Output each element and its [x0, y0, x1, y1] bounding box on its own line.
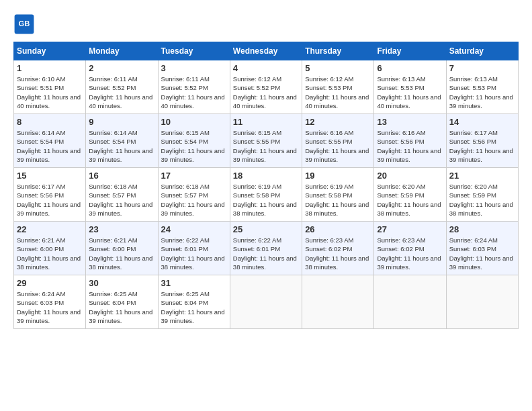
day-number: 17: [161, 171, 227, 181]
calendar-day-cell: 22 Sunrise: 6:21 AM Sunset: 6:00 PM Dayl…: [14, 222, 86, 275]
calendar-day-cell: [302, 275, 374, 329]
day-number: 16: [89, 171, 154, 181]
day-info: Sunrise: 6:17 AM Sunset: 5:56 PM Dayligh…: [17, 182, 83, 218]
day-number: 27: [377, 224, 443, 234]
day-info: Sunrise: 6:24 AM Sunset: 6:03 PM Dayligh…: [17, 289, 83, 325]
calendar-header-cell: Monday: [86, 42, 158, 60]
calendar-day-cell: 28 Sunrise: 6:24 AM Sunset: 6:03 PM Dayl…: [446, 222, 518, 275]
calendar-header-cell: Sunday: [14, 42, 86, 60]
day-info: Sunrise: 6:12 AM Sunset: 5:52 PM Dayligh…: [233, 75, 299, 110]
calendar-day-cell: [230, 275, 302, 329]
calendar-body: 1 Sunrise: 6:10 AM Sunset: 5:51 PM Dayli…: [14, 60, 519, 329]
calendar-day-cell: 2 Sunrise: 6:11 AM Sunset: 5:52 PM Dayli…: [86, 60, 158, 114]
day-info: Sunrise: 6:24 AM Sunset: 6:03 PM Dayligh…: [449, 236, 515, 271]
day-number: 1: [17, 63, 83, 73]
day-info: Sunrise: 6:16 AM Sunset: 5:55 PM Dayligh…: [305, 128, 371, 164]
day-info: Sunrise: 6:13 AM Sunset: 5:53 PM Dayligh…: [377, 75, 443, 110]
calendar-day-cell: 27 Sunrise: 6:23 AM Sunset: 6:02 PM Dayl…: [374, 222, 446, 275]
calendar-day-cell: 5 Sunrise: 6:12 AM Sunset: 5:53 PM Dayli…: [302, 60, 374, 114]
day-info: Sunrise: 6:20 AM Sunset: 5:59 PM Dayligh…: [449, 182, 515, 218]
calendar-day-cell: 17 Sunrise: 6:18 AM Sunset: 5:57 PM Dayl…: [158, 168, 230, 222]
calendar-day-cell: 3 Sunrise: 6:11 AM Sunset: 5:52 PM Dayli…: [158, 60, 230, 114]
calendar-day-cell: 7 Sunrise: 6:13 AM Sunset: 5:53 PM Dayli…: [446, 60, 518, 114]
day-info: Sunrise: 6:13 AM Sunset: 5:53 PM Dayligh…: [449, 75, 515, 110]
day-info: Sunrise: 6:18 AM Sunset: 5:57 PM Dayligh…: [89, 182, 154, 218]
calendar-day-cell: 20 Sunrise: 6:20 AM Sunset: 5:59 PM Dayl…: [374, 168, 446, 222]
day-number: 23: [89, 224, 154, 234]
day-number: 18: [233, 171, 299, 181]
calendar-day-cell: 21 Sunrise: 6:20 AM Sunset: 5:59 PM Dayl…: [446, 168, 518, 222]
day-info: Sunrise: 6:23 AM Sunset: 6:02 PM Dayligh…: [377, 236, 443, 271]
day-info: Sunrise: 6:25 AM Sunset: 6:04 PM Dayligh…: [161, 289, 227, 325]
day-number: 26: [305, 224, 371, 234]
day-info: Sunrise: 6:22 AM Sunset: 6:01 PM Dayligh…: [161, 236, 227, 271]
calendar-header-cell: Friday: [374, 42, 446, 60]
day-info: Sunrise: 6:14 AM Sunset: 5:54 PM Dayligh…: [17, 128, 83, 164]
calendar-day-cell: 30 Sunrise: 6:25 AM Sunset: 6:04 PM Dayl…: [86, 275, 158, 329]
calendar-header-cell: Thursday: [302, 42, 374, 60]
calendar-week-row: 1 Sunrise: 6:10 AM Sunset: 5:51 PM Dayli…: [14, 60, 519, 114]
day-number: 22: [17, 224, 83, 234]
calendar-week-row: 8 Sunrise: 6:14 AM Sunset: 5:54 PM Dayli…: [14, 114, 519, 168]
calendar-week-row: 22 Sunrise: 6:21 AM Sunset: 6:00 PM Dayl…: [14, 222, 519, 275]
day-info: Sunrise: 6:11 AM Sunset: 5:52 PM Dayligh…: [89, 75, 154, 110]
calendar-day-cell: 4 Sunrise: 6:12 AM Sunset: 5:52 PM Dayli…: [230, 60, 302, 114]
calendar-day-cell: 10 Sunrise: 6:15 AM Sunset: 5:54 PM Dayl…: [158, 114, 230, 168]
day-number: 3: [161, 63, 227, 73]
day-number: 7: [449, 63, 515, 73]
calendar-day-cell: 11 Sunrise: 6:15 AM Sunset: 5:55 PM Dayl…: [230, 114, 302, 168]
calendar-header-cell: Saturday: [446, 42, 518, 60]
calendar-header-cell: Tuesday: [158, 42, 230, 60]
calendar-day-cell: 26 Sunrise: 6:23 AM Sunset: 6:02 PM Dayl…: [302, 222, 374, 275]
day-info: Sunrise: 6:19 AM Sunset: 5:58 PM Dayligh…: [305, 182, 371, 218]
calendar-day-cell: 25 Sunrise: 6:22 AM Sunset: 6:01 PM Dayl…: [230, 222, 302, 275]
calendar-day-cell: 29 Sunrise: 6:24 AM Sunset: 6:03 PM Dayl…: [14, 275, 86, 329]
day-number: 15: [17, 171, 83, 181]
day-number: 13: [377, 117, 443, 127]
day-info: Sunrise: 6:20 AM Sunset: 5:59 PM Dayligh…: [377, 182, 443, 218]
calendar-week-row: 15 Sunrise: 6:17 AM Sunset: 5:56 PM Dayl…: [14, 168, 519, 222]
day-info: Sunrise: 6:12 AM Sunset: 5:53 PM Dayligh…: [305, 75, 371, 110]
calendar-day-cell: 19 Sunrise: 6:19 AM Sunset: 5:58 PM Dayl…: [302, 168, 374, 222]
calendar-day-cell: 18 Sunrise: 6:19 AM Sunset: 5:58 PM Dayl…: [230, 168, 302, 222]
logo-icon: GB: [13, 13, 35, 35]
day-info: Sunrise: 6:21 AM Sunset: 6:00 PM Dayligh…: [17, 236, 83, 271]
day-number: 25: [233, 224, 299, 234]
day-number: 28: [449, 224, 515, 234]
day-number: 9: [89, 117, 154, 127]
day-number: 14: [449, 117, 515, 127]
page-header: GB: [13, 13, 519, 35]
calendar: SundayMondayTuesdayWednesdayThursdayFrid…: [13, 42, 519, 329]
calendar-day-cell: 23 Sunrise: 6:21 AM Sunset: 6:00 PM Dayl…: [86, 222, 158, 275]
day-info: Sunrise: 6:18 AM Sunset: 5:57 PM Dayligh…: [161, 182, 227, 218]
day-number: 6: [377, 63, 443, 73]
calendar-day-cell: 13 Sunrise: 6:16 AM Sunset: 5:56 PM Dayl…: [374, 114, 446, 168]
calendar-day-cell: 15 Sunrise: 6:17 AM Sunset: 5:56 PM Dayl…: [14, 168, 86, 222]
day-number: 5: [305, 63, 371, 73]
day-info: Sunrise: 6:10 AM Sunset: 5:51 PM Dayligh…: [17, 75, 83, 110]
day-number: 29: [17, 278, 83, 288]
day-info: Sunrise: 6:11 AM Sunset: 5:52 PM Dayligh…: [161, 75, 227, 110]
calendar-day-cell: [446, 275, 518, 329]
day-number: 4: [233, 63, 299, 73]
day-number: 21: [449, 171, 515, 181]
day-info: Sunrise: 6:15 AM Sunset: 5:54 PM Dayligh…: [161, 128, 227, 164]
day-info: Sunrise: 6:16 AM Sunset: 5:56 PM Dayligh…: [377, 128, 443, 164]
day-info: Sunrise: 6:22 AM Sunset: 6:01 PM Dayligh…: [233, 236, 299, 271]
calendar-day-cell: 9 Sunrise: 6:14 AM Sunset: 5:54 PM Dayli…: [86, 114, 158, 168]
day-number: 30: [89, 278, 154, 288]
calendar-day-cell: [374, 275, 446, 329]
day-number: 31: [161, 278, 227, 288]
day-number: 19: [305, 171, 371, 181]
calendar-header-cell: Wednesday: [230, 42, 302, 60]
calendar-week-row: 29 Sunrise: 6:24 AM Sunset: 6:03 PM Dayl…: [14, 275, 519, 329]
day-info: Sunrise: 6:21 AM Sunset: 6:00 PM Dayligh…: [89, 236, 154, 271]
calendar-day-cell: 14 Sunrise: 6:17 AM Sunset: 5:56 PM Dayl…: [446, 114, 518, 168]
day-info: Sunrise: 6:19 AM Sunset: 5:58 PM Dayligh…: [233, 182, 299, 218]
day-info: Sunrise: 6:15 AM Sunset: 5:55 PM Dayligh…: [233, 128, 299, 164]
svg-text:GB: GB: [19, 19, 30, 28]
day-info: Sunrise: 6:17 AM Sunset: 5:56 PM Dayligh…: [449, 128, 515, 164]
day-number: 11: [233, 117, 299, 127]
day-number: 20: [377, 171, 443, 181]
day-number: 12: [305, 117, 371, 127]
